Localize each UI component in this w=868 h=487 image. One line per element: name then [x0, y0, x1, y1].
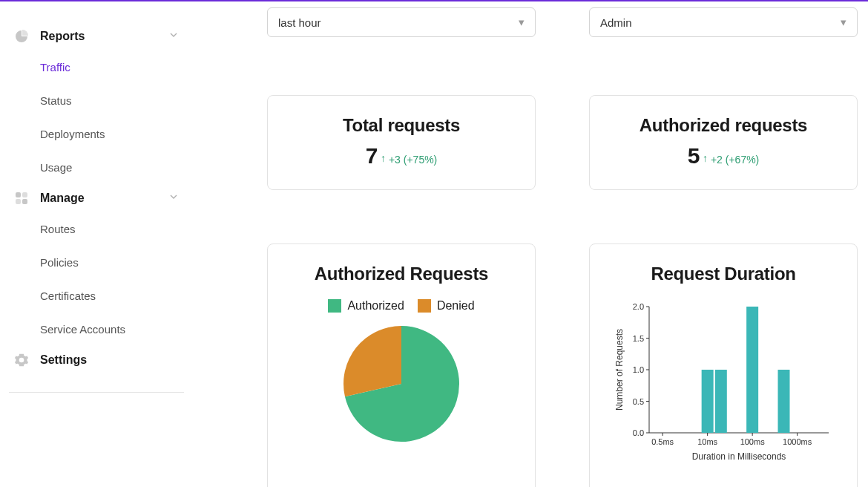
authorized-pie-card: Authorized Requests Authorized Denied — [267, 244, 536, 487]
legend-authorized: Authorized — [328, 299, 404, 313]
total-requests-title: Total requests — [283, 115, 520, 136]
arrow-up-icon: ↑ — [381, 152, 386, 164]
chevron-down-icon — [168, 191, 180, 206]
charts-row: Authorized Requests Authorized Denied — [267, 244, 861, 487]
stats-row: Total requests 7 ↑ +3 (+75%) Authorized … — [267, 95, 861, 190]
pie-icon — [13, 28, 30, 45]
nav-item-service-accounts[interactable]: Service Accounts — [9, 313, 184, 346]
authorized-requests-title: Authorized requests — [605, 115, 842, 136]
svg-rect-26 — [746, 307, 758, 433]
svg-text:0.5ms: 0.5ms — [651, 437, 674, 446]
legend-swatch-orange — [418, 299, 431, 313]
bar-chart: 0.00.51.01.52.00.5ms10ms100ms1000msDurat… — [605, 299, 842, 470]
legend-denied: Denied — [418, 299, 475, 313]
nav-item-traffic[interactable]: Traffic — [9, 50, 184, 84]
nav-item-policies[interactable]: Policies — [9, 246, 184, 279]
nav-item-settings[interactable]: Settings — [9, 346, 184, 374]
user-select[interactable]: Admin ▾ — [589, 7, 858, 37]
svg-rect-25 — [715, 370, 727, 433]
main-content: last hour ▾ Admin ▾ Total requests 7 ↑ +… — [193, 1, 868, 487]
request-duration-title: Request Duration — [605, 264, 842, 284]
svg-text:100ms: 100ms — [740, 437, 766, 446]
gear-icon — [13, 352, 30, 368]
caret-down-icon: ▾ — [519, 16, 525, 29]
svg-rect-2 — [16, 199, 21, 204]
svg-text:1.5: 1.5 — [633, 334, 644, 343]
pie-legend: Authorized Denied — [283, 299, 520, 313]
nav-group-reports[interactable]: Reports — [9, 22, 184, 50]
svg-text:1000ms: 1000ms — [783, 437, 812, 446]
total-requests-value: 7 — [366, 143, 378, 169]
svg-text:1.0: 1.0 — [633, 365, 644, 374]
arrow-up-icon: ↑ — [703, 152, 708, 164]
svg-rect-24 — [702, 370, 714, 433]
authorized-requests-value: 5 — [688, 143, 700, 169]
request-duration-card: Request Duration 0.00.51.01.52.00.5ms10m… — [589, 244, 858, 487]
nav-group-manage[interactable]: Manage — [9, 184, 184, 212]
nav-item-status[interactable]: Status — [9, 84, 184, 117]
pie-chart — [283, 324, 520, 443]
authorized-pie-title: Authorized Requests — [283, 264, 520, 284]
total-requests-delta: +3 (+75%) — [389, 154, 437, 166]
svg-text:0.0: 0.0 — [633, 428, 644, 437]
chevron-down-icon — [168, 29, 180, 44]
user-select-value: Admin — [600, 16, 632, 29]
nav-group-manage-label: Manage — [40, 192, 85, 205]
nav-group-reports-label: Reports — [40, 30, 85, 43]
grid-icon — [13, 190, 30, 206]
svg-rect-27 — [778, 370, 790, 433]
svg-text:0.5: 0.5 — [633, 397, 644, 406]
nav-item-usage[interactable]: Usage — [9, 151, 184, 184]
svg-rect-0 — [16, 192, 21, 197]
nav-item-certificates[interactable]: Certificates — [9, 279, 184, 313]
legend-swatch-green — [328, 299, 341, 313]
nav-item-deployments[interactable]: Deployments — [9, 117, 184, 151]
time-range-select[interactable]: last hour ▾ — [267, 7, 536, 37]
svg-rect-1 — [22, 192, 27, 197]
nav-item-settings-label: Settings — [40, 353, 87, 367]
time-range-value: last hour — [278, 16, 321, 29]
svg-text:Number of Requests: Number of Requests — [614, 329, 625, 411]
legend-denied-label: Denied — [437, 299, 475, 313]
sidebar: Reports Traffic Status Deployments Usage… — [0, 1, 193, 487]
svg-text:2.0: 2.0 — [633, 302, 644, 311]
authorized-requests-delta: +2 (+67%) — [711, 154, 759, 166]
total-requests-card: Total requests 7 ↑ +3 (+75%) — [267, 95, 536, 190]
filter-row: last hour ▾ Admin ▾ — [267, 1, 861, 37]
svg-rect-3 — [22, 199, 27, 204]
authorized-requests-card: Authorized requests 5 ↑ +2 (+67%) — [589, 95, 858, 190]
caret-down-icon: ▾ — [841, 16, 846, 29]
legend-authorized-label: Authorized — [347, 299, 404, 313]
svg-text:10ms: 10ms — [697, 437, 717, 446]
sidebar-divider — [9, 392, 184, 393]
nav-item-routes[interactable]: Routes — [9, 212, 184, 246]
svg-text:Duration in Milliseconds: Duration in Milliseconds — [692, 451, 786, 462]
